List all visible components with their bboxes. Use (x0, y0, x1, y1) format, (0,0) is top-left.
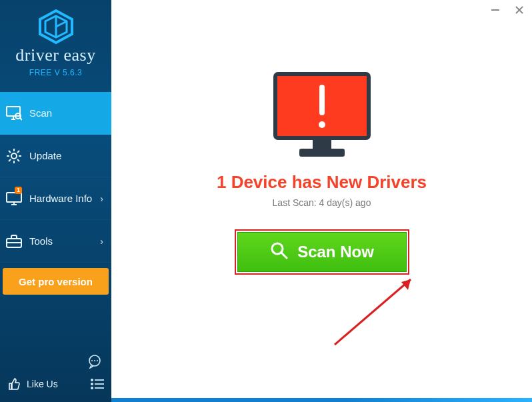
svg-rect-4 (7, 107, 20, 116)
nav-label: Update (29, 150, 103, 161)
nav-label: Scan (29, 107, 103, 119)
update-count-badge: 1 (15, 187, 22, 194)
svg-line-17 (17, 151, 19, 153)
sidebar-item-hardware-info[interactable]: 1 Hardware Info › (0, 177, 111, 220)
bottom-accent-bar (111, 398, 532, 402)
svg-point-31 (91, 387, 93, 389)
scan-now-button[interactable]: Scan Now (237, 232, 407, 272)
sidebar-item-scan[interactable]: Scan (0, 92, 111, 135)
chevron-right-icon: › (100, 193, 103, 204)
toolbox-icon (5, 233, 23, 250)
svg-line-16 (9, 159, 11, 161)
svg-line-42 (281, 253, 287, 258)
svg-point-27 (91, 379, 93, 381)
last-scan-text: Last Scan: 4 day(s) ago (111, 197, 532, 208)
status-headline: 1 Device has New Drivers (111, 172, 532, 193)
svg-marker-44 (401, 279, 411, 290)
svg-point-40 (319, 121, 325, 128)
svg-line-3 (56, 21, 67, 27)
like-us-button[interactable]: Like Us (7, 377, 58, 391)
svg-line-15 (17, 159, 19, 161)
monitor-search-icon (5, 105, 23, 122)
thumbs-up-icon (7, 377, 21, 391)
brand-block: driver easy FREE V 5.6.3 (0, 0, 111, 83)
search-icon (269, 241, 288, 263)
sidebar-item-update[interactable]: Update (0, 135, 111, 177)
brand-name: driver easy (0, 45, 111, 65)
get-pro-button[interactable]: Get pro version (3, 268, 109, 295)
sidebar-item-tools[interactable]: Tools › (0, 220, 111, 263)
nav-label: Tools (29, 235, 100, 247)
menu-list-icon[interactable] (90, 377, 105, 391)
svg-rect-38 (299, 149, 345, 157)
brand-logo-icon (0, 9, 111, 44)
annotation-arrow-icon (328, 270, 435, 353)
close-button[interactable] (512, 3, 527, 17)
like-us-label: Like Us (27, 379, 58, 389)
brand-version: FREE V 5.6.3 (0, 68, 111, 77)
svg-point-9 (11, 153, 17, 159)
gear-icon (5, 147, 23, 165)
svg-line-43 (335, 279, 411, 345)
svg-point-29 (91, 383, 93, 385)
svg-point-26 (97, 360, 98, 361)
sidebar-nav: Scan Update 1 Hardware Info › Tools › (0, 92, 111, 263)
svg-point-25 (94, 360, 95, 361)
svg-rect-37 (313, 139, 331, 149)
svg-line-8 (20, 118, 22, 120)
alert-monitor-icon (273, 71, 371, 163)
chevron-right-icon: › (100, 236, 103, 247)
scan-button-label: Scan Now (297, 243, 374, 261)
sidebar-bottom: Like Us (0, 350, 111, 402)
nav-label: Hardware Info (29, 193, 100, 204)
main-content: 1 Device has New Drivers Last Scan: 4 da… (111, 0, 532, 402)
sidebar: driver easy FREE V 5.6.3 Scan Update (0, 0, 111, 402)
minimize-button[interactable] (488, 3, 503, 17)
scan-button-highlight: Scan Now (235, 229, 409, 275)
svg-line-14 (9, 151, 11, 153)
feedback-icon[interactable] (87, 354, 102, 369)
window-controls (488, 3, 527, 17)
pro-button-label: Get pro version (19, 276, 93, 287)
svg-point-24 (91, 360, 93, 361)
